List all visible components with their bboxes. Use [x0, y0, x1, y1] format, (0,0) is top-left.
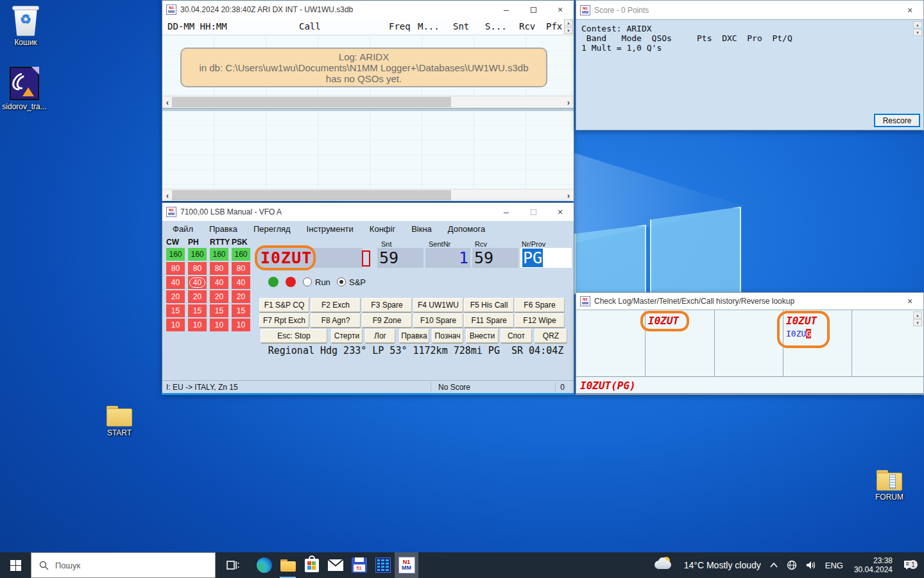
log-hscrollbar-lower[interactable]: ‹› [162, 189, 574, 201]
run-radio[interactable] [303, 277, 312, 286]
band-button-PH-40[interactable]: 40 [188, 276, 207, 289]
chevron-up-icon[interactable] [770, 563, 778, 568]
menu-item-Вікна[interactable]: Вікна [411, 224, 432, 234]
task-view-icon[interactable] [221, 552, 244, 578]
callsign-input[interactable]: I0ZUT [257, 248, 363, 268]
volume-icon[interactable] [806, 561, 816, 570]
band-button-PSK-20[interactable]: 20 [232, 290, 250, 303]
check-call-suggestion[interactable]: I0ZUG [786, 329, 811, 338]
band-button-CW-160[interactable]: 160 [166, 248, 185, 261]
network-icon[interactable] [787, 560, 797, 570]
band-button-PSK-40[interactable]: 40 [232, 276, 250, 289]
band-button-RTTY-80[interactable]: 80 [210, 262, 228, 275]
desktop-icon-start-folder[interactable]: START [95, 406, 144, 437]
band-button-CW-40[interactable]: 40 [166, 276, 185, 289]
start-button[interactable] [0, 552, 31, 578]
fkey-button[interactable]: F1 S&P CQ [259, 298, 309, 312]
weather-text[interactable]: 14°C Mostly cloudy [684, 560, 761, 570]
action-button-Познач[interactable]: Познач [432, 329, 463, 343]
mail-icon[interactable] [323, 552, 347, 578]
menu-item-Правка[interactable]: Правка [209, 224, 237, 234]
log-hscrollbar-upper[interactable]: ‹› [162, 96, 574, 108]
snt-input[interactable]: 59 [377, 248, 424, 268]
band-button-RTTY-10[interactable]: 10 [210, 319, 228, 331]
close-icon[interactable]: × [547, 203, 574, 221]
fkey-button[interactable]: F6 Spare [515, 298, 565, 312]
band-button-CW-20[interactable]: 20 [166, 290, 185, 303]
fkey-button[interactable]: F7 Rpt Exch [259, 313, 309, 328]
check-call-col2[interactable]: I0ZUT [648, 315, 679, 327]
clock[interactable]: 23:38 30.04.2024 [854, 556, 893, 574]
minimize-icon[interactable]: – [493, 203, 520, 221]
close-icon[interactable]: × [896, 1, 923, 19]
menu-item-Конфіг[interactable]: Конфіг [370, 224, 395, 234]
band-button-CW-10[interactable]: 10 [166, 319, 185, 331]
rescore-button[interactable]: Rescore [874, 114, 920, 127]
fkey-button[interactable]: F10 Spare [413, 313, 463, 328]
nrprov-input[interactable]: PG [520, 248, 572, 268]
action-button-QRZ[interactable]: QRZ [535, 329, 567, 343]
score-window-titlebar[interactable]: N1MM Score - 0 Points × [576, 1, 923, 19]
action-button-Стерти[interactable]: Стерти [331, 329, 363, 343]
band-button-RTTY-20[interactable]: 20 [210, 290, 228, 303]
menu-item-Файл[interactable]: Файл [173, 224, 193, 234]
maximize-icon[interactable] [520, 1, 547, 19]
log-window-titlebar[interactable]: N1MM 30.04.2024 20:38:40Z ARI DX INT - U… [162, 1, 574, 19]
archiver-icon[interactable] [371, 552, 395, 578]
band-button-PH-10[interactable]: 10 [188, 319, 207, 331]
rcv-input[interactable]: 59 [472, 248, 518, 268]
band-button-CW-80[interactable]: 80 [166, 262, 185, 275]
fkey-button[interactable]: F9 Zone [362, 313, 412, 328]
n1mm-taskbar-icon[interactable]: N1MM [395, 552, 418, 578]
fkey-button[interactable]: F4 UW1WU [413, 298, 463, 312]
action-button-Esc: Stop[interactable]: Esc: Stop [261, 329, 327, 343]
band-button-RTTY-15[interactable]: 15 [210, 304, 228, 317]
sp-radio[interactable] [337, 277, 346, 286]
band-button-RTTY-40[interactable]: 40 [210, 276, 228, 289]
action-button-Правка[interactable]: Правка [399, 329, 429, 343]
check-call-col4[interactable]: I0ZUT [786, 315, 817, 327]
entry-window-titlebar[interactable]: N1MM 7100,00 LSB Manual - VFO A – × [162, 203, 574, 221]
fkey-button[interactable]: F5 His Call [464, 298, 514, 312]
band-button-CW-15[interactable]: 15 [166, 304, 185, 317]
sentnr-input[interactable]: 1 [425, 248, 470, 268]
band-button-PSK-10[interactable]: 10 [232, 319, 250, 331]
band-button-PSK-160[interactable]: 160 [232, 248, 250, 261]
action-button-Внести[interactable]: Внести [466, 329, 499, 343]
menu-item-Перегляд[interactable]: Перегляд [253, 224, 291, 234]
action-center-icon[interactable]: 1 [903, 560, 915, 570]
menu-item-Інструменти[interactable]: Інструменти [307, 224, 354, 234]
desktop-icon-sidorov-file[interactable]: sidorov_tra... [0, 67, 49, 111]
minimize-icon[interactable]: – [493, 1, 520, 19]
fkey-button[interactable]: F2 Exch [311, 298, 361, 312]
check-scroll-spinner[interactable]: ▲▼ [913, 311, 922, 326]
band-button-PH-160[interactable]: 160 [188, 248, 207, 261]
menu-item-Допомога[interactable]: Допомога [448, 224, 485, 234]
file-explorer-icon[interactable] [276, 552, 300, 578]
fkey-button[interactable]: F3 Spare [362, 298, 412, 312]
fkey-button[interactable]: F12 Wipe [515, 313, 565, 328]
edge-browser-icon[interactable] [252, 552, 276, 578]
total-commander-icon[interactable]: 51 [347, 552, 371, 578]
fkey-button[interactable]: F8 Agn? [311, 313, 361, 328]
microsoft-store-icon[interactable] [300, 552, 323, 578]
weather-icon[interactable] [653, 557, 675, 574]
desktop-icon-forum-folder[interactable]: FORUM [865, 470, 914, 502]
log-scroll-spinner[interactable]: ▲▼ [564, 19, 573, 34]
band-button-PSK-80[interactable]: 80 [232, 262, 250, 275]
close-icon[interactable]: × [547, 1, 574, 19]
action-button-Спот[interactable]: Спот [501, 329, 532, 343]
band-button-PH-80[interactable]: 80 [188, 262, 207, 275]
band-button-RTTY-160[interactable]: 160 [210, 248, 228, 261]
band-button-PH-20[interactable]: 20 [188, 290, 207, 303]
language-indicator[interactable]: ENG [825, 561, 843, 570]
fkey-button[interactable]: F11 Spare [464, 313, 514, 328]
close-icon[interactable]: × [896, 293, 923, 310]
desktop-icon-recycle-bin[interactable]: ♻ Кошик [1, 4, 50, 47]
maximize-icon[interactable] [520, 203, 547, 221]
action-button-Лог[interactable]: Лог [365, 329, 395, 343]
band-button-PH-15[interactable]: 15 [188, 304, 207, 317]
check-window-titlebar[interactable]: N1MM Check Log/Master/Telnet/Exch/Call h… [576, 293, 923, 310]
score-scroll-spinner[interactable]: ▲▼ [913, 21, 922, 36]
search-input[interactable]: Пошук [31, 552, 216, 578]
